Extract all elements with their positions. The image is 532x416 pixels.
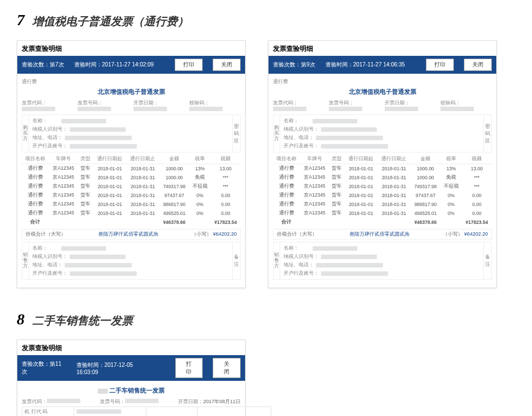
close-button[interactable]: 关闭 xyxy=(213,59,241,71)
check-count: 查验次数：第9次 xyxy=(273,61,315,69)
invoice-title: 二手车销售统一发票 xyxy=(22,384,241,397)
table-row: 通行费京A12345货车2018-01-012018-01-31749317.9… xyxy=(22,182,241,191)
grand-total: 价税合计（大写）叁陆万肆仟贰佰零贰圆贰角（小写） ¥64202.20 xyxy=(273,229,492,240)
card-title: 发票查验明细 xyxy=(269,41,496,56)
section-title: 增值税电子普通发票（通行费） xyxy=(32,14,189,29)
items-table: 项目名称车牌号类型通行日期起通行日期止金额税率税额通行费京A12345货车201… xyxy=(273,155,492,227)
close-button[interactable]: 关闭 xyxy=(464,59,492,71)
check-time: 查验时间：2017-11-27 14:06:35 xyxy=(325,61,405,69)
top-left-label: 通行费 xyxy=(22,78,241,85)
card-body: 通行费北京增值税电子普通发票发票代码：发票号码：开票日期：校验码：购买方名称：纳… xyxy=(17,74,245,288)
invoice-title: 北京增值税电子普通发票 xyxy=(273,88,492,96)
print-button[interactable]: 打印 xyxy=(426,59,454,71)
invoice-card-toll: 发票查验明细查验次数：第9次查验时间：2017-11-27 14:06:35打印… xyxy=(268,40,497,288)
section-8: 8 二手车销售统一发票 发票查验明细 查验次数：第11次 查验时间：2017-1… xyxy=(17,310,515,416)
table-row: 通行费京A12345货车2018-01-012018-01-3197437.67… xyxy=(22,191,241,200)
print-button[interactable]: 打印 xyxy=(175,358,203,378)
table-row: 通行费京A12345货车2018-01-012018-01-311000.001… xyxy=(22,164,241,174)
section-number: 8 xyxy=(17,310,25,328)
meta-line: 发票代码：发票号码：开票日期：校验码： xyxy=(273,99,492,112)
meta-line: 发票代码： 发票号码： 开票日期：2017年08月11日 xyxy=(22,398,241,405)
table-row: 通行费京A12345货车2018-01-012018-01-31496525.0… xyxy=(22,209,241,218)
section-7: 7 增值税电子普通发票（通行费） 发票查验明细查验次数：第7次查验时间：2017… xyxy=(17,11,515,288)
grand-total: 价税合计（大写）叁陆万肆仟贰佰零贰圆贰角（小写） ¥64202.20 xyxy=(22,229,241,240)
invoice-card-usedcar: 发票查验明细 查验次数：第11次 查验时间：2017-12-05 16:03:0… xyxy=(17,340,246,416)
table-row: 通行费京A12345货车2018-01-012018-01-311000.001… xyxy=(273,164,492,174)
card-body: 二手车销售统一发票 发票代码： 发票号码： 开票日期：2017年08月11日 机… xyxy=(17,381,245,416)
section-heading: 7 增值税电子普通发票（通行费） xyxy=(17,11,515,29)
card-title: 发票查验明细 xyxy=(17,340,245,355)
buyer-block: 购买方名称：纳税人识别号：地址、电话：开户行及账号：密码区 xyxy=(273,114,492,152)
table-row: 通行费京A12345货车2018-01-012018-01-31986817.9… xyxy=(22,200,241,209)
section-heading: 8 二手车销售统一发票 xyxy=(17,310,515,328)
table-row: 通行费京A12345货车2018-01-012018-01-3197437.67… xyxy=(273,191,492,200)
check-count: 查验次数：第11次 xyxy=(22,360,66,376)
card-title: 发票查验明细 xyxy=(17,41,245,56)
seller-block: 销售方名称：纳税人识别号：地址、电话：开户行及账号：备注 xyxy=(273,242,492,280)
check-time: 查验时间：2017-11-27 14:02:09 xyxy=(74,61,154,69)
table-row: 通行费京A12345货车2018-01-012018-01-311000.00免… xyxy=(22,173,241,182)
seller-block: 销售方名称：纳税人识别号：地址、电话：开户行及账号：备注 xyxy=(22,242,241,280)
items-table: 项目名称车牌号类型通行日期起通行日期止金额税率税额通行费京A12345货车201… xyxy=(22,155,241,227)
total-row: 合计¥46378.66¥17823.54 xyxy=(22,218,241,227)
card-header-bar: 查验次数：第9次查验时间：2017-11-27 14:06:35打印关闭 xyxy=(269,56,496,74)
section-title: 二手车销售统一发票 xyxy=(32,313,133,328)
total-row: 合计¥46378.66¥17823.54 xyxy=(273,218,492,227)
usedcar-form: 机 打代 码税控码 机 打号 码 机器编号 买方单位/个人单位代码/身份证号码 … xyxy=(22,407,271,416)
table-row: 通行费京A12345货车2018-01-012018-01-31986817.9… xyxy=(273,200,492,209)
invoice-title: 北京增值税电子普通发票 xyxy=(22,88,241,96)
cards-row: 发票查验明细查验次数：第7次查验时间：2017-11-27 14:02:09打印… xyxy=(17,40,515,288)
card-body: 通行费北京增值税电子普通发票发票代码：发票号码：开票日期：校验码：购买方名称：纳… xyxy=(269,74,496,288)
table-row: 通行费京A12345货车2018-01-012018-01-31496525.0… xyxy=(273,209,492,218)
cards-row: 发票查验明细 查验次数：第11次 查验时间：2017-12-05 16:03:0… xyxy=(17,340,515,416)
top-left-label: 通行费 xyxy=(273,78,492,85)
table-row: 通行费京A12345货车2018-01-012018-01-311000.00免… xyxy=(273,173,492,182)
invoice-card-toll: 发票查验明细查验次数：第7次查验时间：2017-11-27 14:02:09打印… xyxy=(17,40,246,288)
meta-line: 发票代码：发票号码：开票日期：校验码： xyxy=(22,99,241,112)
section-number: 7 xyxy=(17,11,25,29)
close-button[interactable]: 关闭 xyxy=(213,358,241,378)
buyer-block: 购买方名称：纳税人识别号：地址、电话：开户行及账号：密码区 xyxy=(22,114,241,152)
check-count: 查验次数：第7次 xyxy=(22,61,64,69)
card-header-bar: 查验次数：第11次 查验时间：2017-12-05 16:03:09 打印 关闭 xyxy=(17,355,245,381)
print-button[interactable]: 打印 xyxy=(175,59,203,71)
check-time: 查验时间：2017-12-05 16:03:09 xyxy=(76,361,155,375)
table-row: 通行费京A12345货车2018-01-012018-01-31749317.9… xyxy=(273,182,492,191)
card-header-bar: 查验次数：第7次查验时间：2017-11-27 14:02:09打印关闭 xyxy=(17,56,245,74)
